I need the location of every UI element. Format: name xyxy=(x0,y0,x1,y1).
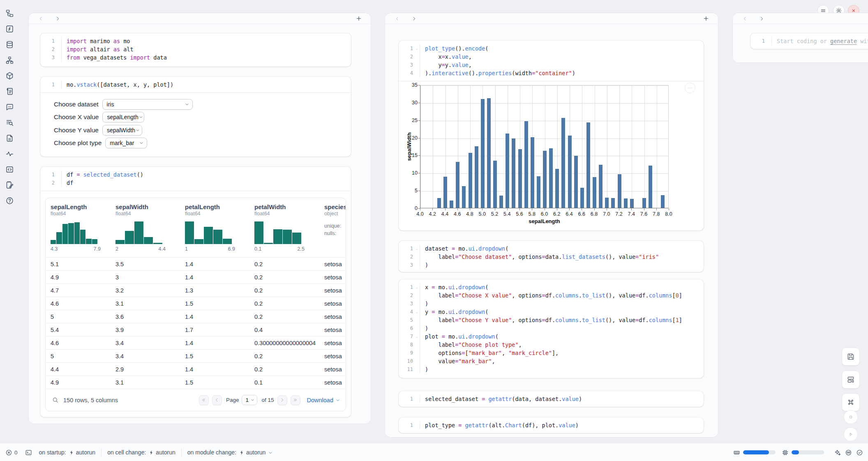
table-cell: 1.4 xyxy=(180,366,249,373)
table-row[interactable]: 4.63.41.40.30000000000000004setosa xyxy=(46,337,346,350)
command-icon xyxy=(847,398,855,406)
table-cell: 0.30000000000000004 xyxy=(249,340,319,346)
run-button[interactable] xyxy=(844,427,858,441)
cell-vstack[interactable]: 1mo.vstack([dataset, x, y, plot]) Choose… xyxy=(40,77,351,157)
copilot-icon[interactable] xyxy=(845,449,852,456)
next-page-button[interactable] xyxy=(277,395,287,405)
code-editor[interactable]: 1x = mo.ui.dropdown(2 label="Choose X va… xyxy=(399,279,704,377)
cell-plot-type[interactable]: 1plot_type = getattr(alt.Chart(df), plot… xyxy=(399,417,704,433)
x-tick xyxy=(656,208,657,210)
code-editor[interactable]: 1dataset = mo.ui.dropdown(2 label="Choos… xyxy=(399,241,704,273)
chevron-right-icon[interactable] xyxy=(410,15,418,22)
bar xyxy=(506,134,509,208)
logs-search-icon[interactable] xyxy=(5,118,15,128)
column-header-sepalWidth[interactable]: sepalWidthfloat6424.4 xyxy=(111,198,180,257)
download-button[interactable]: Download xyxy=(307,397,341,403)
first-page-button[interactable] xyxy=(199,395,209,405)
search-icon[interactable] xyxy=(52,396,59,403)
help-icon[interactable] xyxy=(5,196,15,206)
cell-dataframe[interactable]: 1df = selected_dataset()2df sepalLengthf… xyxy=(40,167,351,417)
chart-actions-button[interactable] xyxy=(685,83,695,93)
code-editor[interactable]: 1plot_type().encode(2 x=x.value,3 y=y.va… xyxy=(399,41,704,81)
functions-icon[interactable] xyxy=(5,24,15,34)
table-row[interactable]: 4.63.11.50.2setosa xyxy=(46,297,346,310)
code-editor[interactable]: 1plot_type = getattr(alt.Chart(df), plot… xyxy=(399,417,704,433)
prev-page-button[interactable] xyxy=(212,395,222,405)
code-editor[interactable]: 1mo.vstack([dataset, x, y, plot]) xyxy=(40,77,351,93)
line-number: 1 xyxy=(40,37,62,45)
dependency-graph-icon[interactable] xyxy=(5,55,15,65)
table-cell: setosa xyxy=(319,261,346,267)
chevron-right-icon[interactable] xyxy=(54,15,61,22)
choose-y-value-select[interactable]: sepalWidth xyxy=(102,125,142,136)
package-icon[interactable] xyxy=(5,71,15,81)
check-circle-icon[interactable] xyxy=(856,449,863,456)
gridline-vertical xyxy=(607,85,607,208)
terminal-icon[interactable] xyxy=(25,449,32,456)
database-icon[interactable] xyxy=(5,39,15,50)
scratchpad-icon[interactable] xyxy=(5,180,15,190)
table-row[interactable]: 4.42.91.40.2setosa xyxy=(46,363,346,376)
document-icon[interactable] xyxy=(5,133,15,143)
cell-empty[interactable]: 1 Start coding or generate with AI xyxy=(750,33,868,49)
choose-plot-type-select[interactable]: mark_bar xyxy=(105,138,147,148)
autorun-setting[interactable]: on module change:autorun xyxy=(187,449,273,456)
stop-button[interactable] xyxy=(844,410,858,424)
line-number: 1 xyxy=(399,395,420,403)
add-cell-icon[interactable] xyxy=(355,15,362,22)
cell-plot[interactable]: 1plot_type().encode(2 x=x.value,3 y=y.va… xyxy=(399,41,704,230)
save-button[interactable] xyxy=(842,348,860,366)
chevron-left-icon[interactable] xyxy=(393,15,401,22)
layout-button[interactable] xyxy=(842,371,860,389)
table-row[interactable]: 4.931.40.2setosa xyxy=(46,271,346,284)
cpu-icon xyxy=(781,449,789,456)
table-row[interactable]: 5.43.91.70.4setosa xyxy=(46,323,346,337)
code-editor[interactable]: 1import marimo as mo2import altair as al… xyxy=(40,33,351,65)
column-header-sepalLength[interactable]: sepalLengthfloat644.37.9 xyxy=(46,198,111,257)
cell-imports[interactable]: 1import marimo as mo2import altair as al… xyxy=(40,33,351,67)
choose-dataset-select[interactable]: iris xyxy=(102,99,193,110)
choose-x-value-select[interactable]: sepalLength xyxy=(102,112,144,122)
table-row[interactable]: 53.41.50.2setosa xyxy=(46,350,346,363)
code-editor[interactable]: 1df = selected_dataset()2df xyxy=(40,167,351,191)
shortcuts-button[interactable] xyxy=(842,393,860,411)
table-cell: 3.5 xyxy=(111,261,180,267)
code-snippet-icon[interactable] xyxy=(5,164,15,175)
histogram-range: 4.37.9 xyxy=(51,246,101,252)
bar xyxy=(475,146,478,208)
activity-icon[interactable] xyxy=(5,149,15,159)
chevron-right-icon[interactable] xyxy=(758,15,765,22)
autorun-setting[interactable]: on cell change:autorun xyxy=(107,449,175,456)
table-row[interactable]: 53.61.40.2setosa xyxy=(46,310,346,323)
line-number: 2 xyxy=(40,45,62,53)
x-tick-label: 7.0 xyxy=(600,211,614,217)
code-line: plot_type = getattr(alt.Chart(df), plot.… xyxy=(420,421,579,429)
generate-link[interactable]: generate xyxy=(830,38,857,44)
cell-selected-dataset[interactable]: 1selected_dataset = getattr(data, datase… xyxy=(399,391,704,407)
page-select[interactable]: 1 xyxy=(242,395,257,405)
table-cell: 1.4 xyxy=(180,340,249,346)
table-row[interactable]: 5.13.51.40.2setosa xyxy=(46,258,346,271)
file-tree-icon[interactable] xyxy=(5,8,15,18)
chevron-left-icon[interactable] xyxy=(37,15,44,22)
autorun-setting[interactable]: on startup:autorun xyxy=(39,449,96,456)
code-editor[interactable]: 1selected_dataset = getattr(data, datase… xyxy=(399,391,704,407)
column-header-petalLength[interactable]: petalLengthfloat6416.9 xyxy=(180,198,249,257)
chatbot-icon[interactable] xyxy=(5,102,15,112)
error-count-icon[interactable] xyxy=(5,449,12,456)
table-row[interactable]: 4.93.11.50.1setosa xyxy=(46,376,346,389)
column-header-petalWidth[interactable]: petalWidthfloat640.12.5 xyxy=(249,198,319,257)
cell-xy-dropdowns[interactable]: 1x = mo.ui.dropdown(2 label="Choose X va… xyxy=(399,279,704,378)
table-row[interactable]: 4.73.21.30.2setosa xyxy=(46,284,346,297)
add-cell-icon[interactable] xyxy=(702,15,710,22)
cell-dataset-dropdown[interactable]: 1dataset = mo.ui.dropdown(2 label="Choos… xyxy=(399,241,704,272)
script-icon[interactable] xyxy=(5,86,15,97)
code-placeholder[interactable]: Start coding or generate with AI xyxy=(772,37,868,45)
x-tick xyxy=(507,208,508,210)
line-number: 2 xyxy=(399,253,420,261)
last-page-button[interactable] xyxy=(291,395,300,405)
bar xyxy=(630,199,634,208)
chevron-left-icon[interactable] xyxy=(741,15,748,22)
column-header-species[interactable]: speciesobjectunique:nulls: xyxy=(319,198,346,257)
sparkles-icon[interactable] xyxy=(833,449,841,456)
